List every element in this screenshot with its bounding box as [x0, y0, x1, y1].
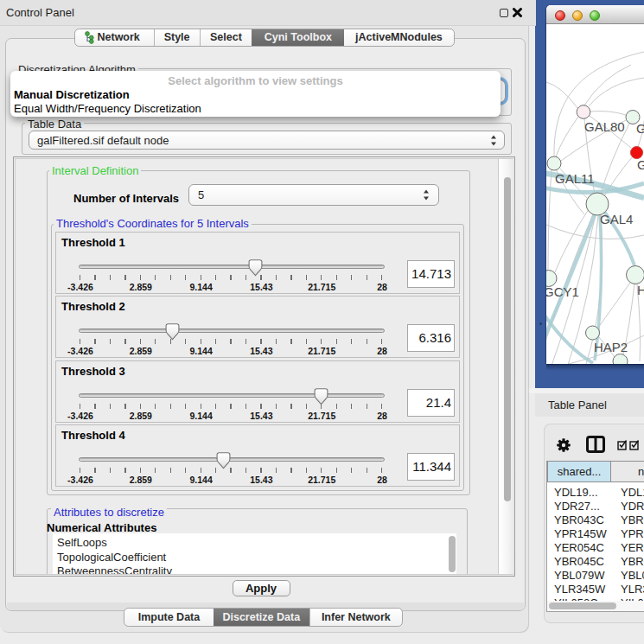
svg-text:GAL80: GAL80 [584, 119, 625, 134]
svg-text:GAL11: GAL11 [555, 171, 595, 186]
svg-text:HIS4: HIS4 [637, 283, 644, 297]
svg-text:GAL4: GAL4 [600, 212, 633, 226]
svg-text:HAP2: HAP2 [594, 340, 628, 354]
svg-text:GAL2: GAL2 [637, 157, 644, 172]
svg-text:GAL3: GAL3 [636, 121, 644, 136]
svg-text:GCY1: GCY1 [546, 284, 579, 299]
